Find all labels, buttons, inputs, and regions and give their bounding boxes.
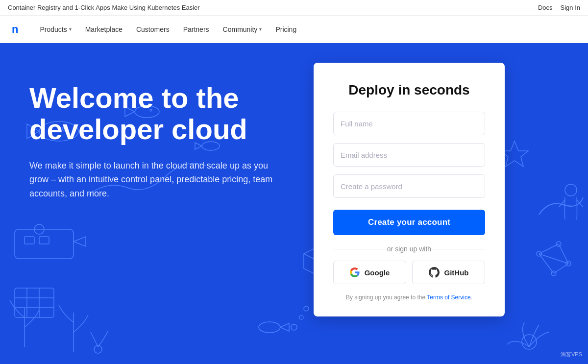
svg-line-30 (539, 254, 554, 273)
hero-content: Welcome to the developer cloud We make i… (0, 43, 314, 201)
nav-item-community[interactable]: Community ▾ (217, 22, 268, 37)
chevron-down-icon: ▾ (69, 26, 72, 32)
full-name-group (333, 112, 485, 135)
nav-item-marketplace[interactable]: Marketplace (79, 22, 128, 37)
svg-point-19 (259, 322, 280, 333)
signin-link[interactable]: Sign In (561, 4, 580, 11)
chevron-down-icon-community: ▾ (259, 26, 262, 32)
nav-right-links: Docs Sign In (538, 4, 580, 11)
svg-point-17 (304, 306, 309, 311)
tos-text: By signing up you agree to the Terms of … (333, 294, 485, 301)
hero-subtitle: We make it simple to launch in the cloud… (29, 159, 274, 201)
password-group (333, 174, 485, 198)
full-name-input[interactable] (333, 112, 485, 135)
signup-card: Deploy in seconds Create your account or… (314, 63, 505, 316)
announcement-text: Container Registry and 1-Click Apps Make… (8, 4, 200, 11)
logo[interactable]: n (12, 23, 18, 36)
nav-item-customers[interactable]: Customers (130, 22, 175, 37)
watermark-text: 淘客VPS (561, 351, 582, 358)
hero-title: Welcome to the developer cloud (29, 82, 284, 145)
password-input[interactable] (333, 174, 485, 198)
github-signup-button[interactable]: GitHub (412, 261, 485, 284)
docs-link[interactable]: Docs (538, 4, 553, 11)
nav-item-pricing[interactable]: Pricing (270, 22, 302, 37)
google-icon (350, 267, 360, 277)
google-signup-button[interactable]: Google (333, 261, 406, 284)
svg-line-29 (554, 264, 568, 273)
svg-line-27 (539, 244, 559, 254)
email-group (333, 143, 485, 167)
email-input[interactable] (333, 143, 485, 167)
svg-point-33 (522, 335, 537, 349)
svg-point-15 (291, 324, 297, 330)
hero-section: Welcome to the developer cloud We make i… (0, 43, 588, 364)
svg-rect-8 (24, 237, 34, 244)
nav-item-products[interactable]: Products ▾ (34, 22, 77, 37)
svg-rect-10 (15, 288, 54, 317)
svg-rect-9 (39, 237, 49, 244)
navbar: n Products ▾ Marketplace Customers Partn… (0, 16, 588, 43)
svg-point-16 (299, 315, 303, 319)
nav-item-partners[interactable]: Partners (177, 22, 215, 37)
tos-link[interactable]: Terms of Service (427, 294, 470, 301)
signup-title: Deploy in seconds (333, 82, 485, 98)
github-icon (429, 267, 440, 278)
social-buttons: Google GitHub (333, 261, 485, 284)
announcement-bar: Container Registry and 1-Click Apps Make… (0, 0, 588, 16)
svg-point-32 (565, 184, 577, 196)
nav-items: Products ▾ Marketplace Customers Partner… (34, 22, 302, 37)
google-label: Google (365, 268, 390, 277)
github-label: GitHub (444, 268, 469, 277)
create-account-button[interactable]: Create your account (333, 210, 485, 235)
or-divider: or sign up with (333, 245, 485, 253)
